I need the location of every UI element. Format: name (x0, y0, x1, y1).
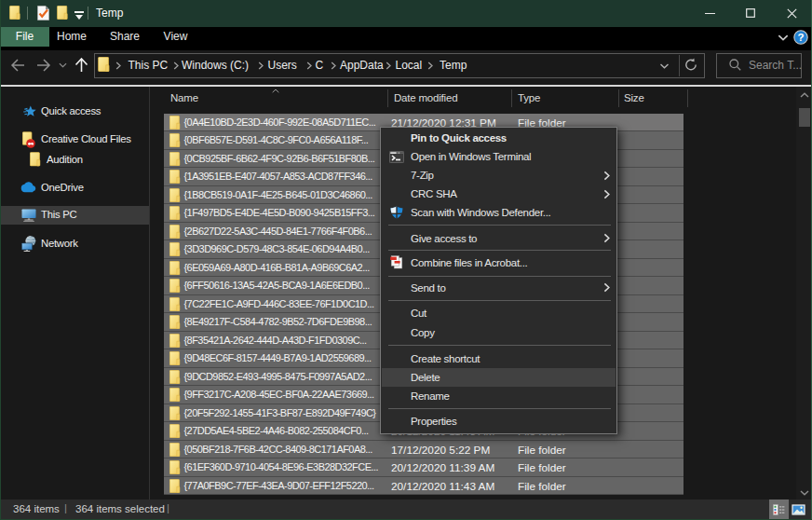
svg-text:?: ? (797, 32, 804, 43)
